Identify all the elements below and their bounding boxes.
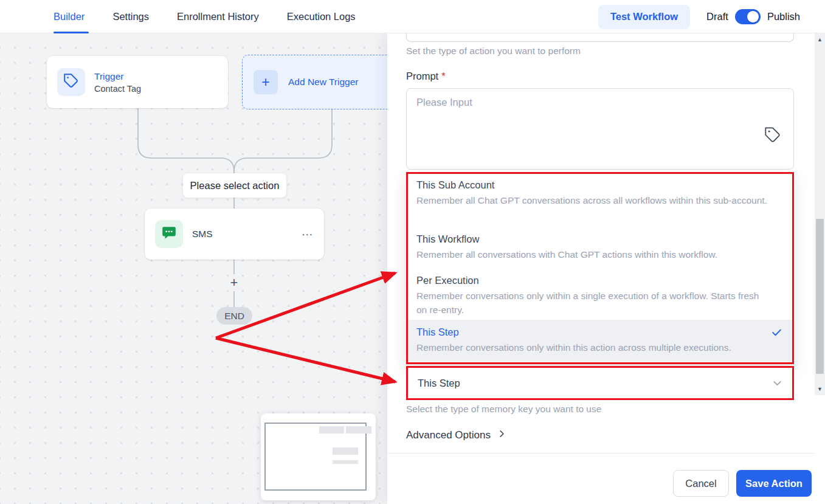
header-actions: Test Workflow Draft Publish xyxy=(598,0,800,33)
minimap-node-block xyxy=(319,426,344,433)
sms-node-title: SMS xyxy=(192,229,213,240)
scrollbar-up-arrow-icon[interactable]: ▲ xyxy=(815,36,825,43)
prompt-textarea[interactable] xyxy=(407,89,793,169)
prompt-field-label: Prompt* xyxy=(406,71,446,82)
draft-label: Draft xyxy=(706,11,728,22)
node-menu-ellipsis-icon[interactable]: ⋯ xyxy=(302,227,314,241)
active-tab-indicator xyxy=(54,32,89,33)
minimap-node-block xyxy=(333,447,358,455)
tab-settings[interactable]: Settings xyxy=(112,11,149,22)
sms-icon-container xyxy=(155,220,183,248)
minimap-node-block xyxy=(346,426,371,433)
trigger-node-title: Trigger xyxy=(94,71,141,82)
plus-icon: + xyxy=(254,70,278,94)
end-node: END xyxy=(216,307,252,325)
option-title: This Workflow xyxy=(416,233,784,245)
memory-key-select-value: This Step xyxy=(418,378,460,389)
tab-execution-logs[interactable]: Execution Logs xyxy=(287,11,356,22)
tab-builder[interactable]: Builder xyxy=(54,11,85,22)
tab-enrollment-history[interactable]: Enrollment History xyxy=(177,11,259,22)
cancel-button[interactable]: Cancel xyxy=(673,470,729,497)
action-settings-panel: Set the type of action you want to perfo… xyxy=(387,33,815,504)
test-workflow-button[interactable]: Test Workflow xyxy=(598,5,690,29)
panel-scrollbar[interactable]: ▲ ▼ xyxy=(815,33,825,395)
memory-key-dropdown-list: This Sub Account Remember all Chat GPT c… xyxy=(406,172,794,364)
merge-tag-icon[interactable] xyxy=(764,126,781,146)
canvas-minimap[interactable] xyxy=(261,413,376,500)
memory-option-per-execution[interactable]: Per Execution Remember conversations onl… xyxy=(408,275,792,317)
footer-divider xyxy=(387,453,815,454)
nav-tabs: Builder Settings Enrollment History Exec… xyxy=(54,0,356,33)
option-title: Per Execution xyxy=(416,275,784,286)
memory-option-this-step-selected[interactable]: This Step Remember conversations only wi… xyxy=(408,320,792,362)
trigger-node-text: Trigger Contact Tag xyxy=(94,71,141,94)
check-icon xyxy=(771,326,782,340)
advanced-options-expander[interactable]: Advanced Options xyxy=(406,429,506,441)
save-action-button[interactable]: Save Action xyxy=(736,470,812,497)
memory-key-select[interactable]: This Step xyxy=(406,366,794,400)
chat-bubble-icon xyxy=(161,225,177,243)
toggle-knob xyxy=(747,11,759,22)
option-title: This Step xyxy=(416,326,784,338)
option-description: Remember all Chat GPT conversations acro… xyxy=(416,193,768,207)
add-step-plus-button[interactable]: + xyxy=(226,275,243,291)
action-type-field-partial[interactable] xyxy=(406,33,794,42)
top-navigation-bar: Builder Settings Enrollment History Exec… xyxy=(0,0,825,33)
chevron-down-icon xyxy=(772,378,782,388)
trigger-node[interactable]: Trigger Contact Tag xyxy=(47,56,228,108)
scrollbar-thumb[interactable] xyxy=(816,219,824,374)
trigger-node-subtitle: Contact Tag xyxy=(94,84,141,94)
prompt-input-container xyxy=(406,88,794,170)
option-title: This Sub Account xyxy=(416,179,784,191)
option-description: Remember conversations only within a sin… xyxy=(416,289,768,317)
publish-toggle[interactable] xyxy=(735,9,761,24)
option-description: Remember conversations only within this … xyxy=(416,340,768,354)
sms-action-node[interactable]: SMS ⋯ xyxy=(145,209,324,260)
memory-key-hint: Select the type of memory key you want t… xyxy=(406,404,601,415)
memory-option-this-workflow[interactable]: This Workflow Remember all conversations… xyxy=(408,233,792,261)
workflow-canvas[interactable]: Trigger Contact Tag + Add New Trigger Pl… xyxy=(0,33,387,504)
option-description: Remember all conversations with Chat GPT… xyxy=(416,247,768,261)
scrollbar-down-arrow-icon[interactable]: ▼ xyxy=(815,386,825,392)
publish-label: Publish xyxy=(767,11,800,22)
add-new-trigger-button[interactable]: + Add New Trigger xyxy=(242,55,387,109)
chevron-right-icon xyxy=(497,429,506,441)
tag-icon xyxy=(63,73,79,91)
advanced-options-label: Advanced Options xyxy=(406,429,491,441)
select-action-placeholder[interactable]: Please select action xyxy=(183,173,286,198)
required-asterisk: * xyxy=(441,71,445,81)
action-type-hint: Set the type of action you want to perfo… xyxy=(406,46,581,57)
add-new-trigger-label: Add New Trigger xyxy=(288,77,358,88)
memory-option-this-sub-account[interactable]: This Sub Account Remember all Chat GPT c… xyxy=(408,179,792,207)
workflow-builder-screen: Builder Settings Enrollment History Exec… xyxy=(0,0,825,504)
trigger-icon-container xyxy=(57,68,85,96)
minimap-node-block xyxy=(333,460,358,464)
